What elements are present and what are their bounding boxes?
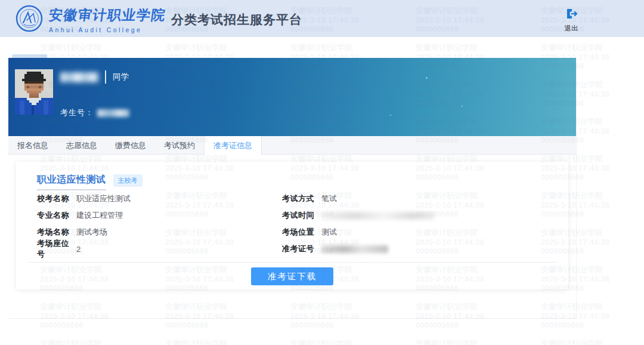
school-name-block: 安徽审计职业学院 Anhui Audit College [49, 6, 166, 33]
tab-preference-info[interactable]: 志愿信息 [57, 136, 106, 155]
admission-ticket-card: 职业适应性测试 主校考 校考名称职业适应性测试专业名称建设工程管理考场名称测试考… [16, 162, 568, 289]
button-divider [28, 262, 556, 263]
field-school-exam-name: 校考名称职业适应性测试 [37, 190, 131, 207]
tab-exam-booking[interactable]: 考试预约 [155, 136, 204, 155]
watermark-tile: 安徽审计职业学院2025-3-10 17:44:380000005666 [290, 339, 359, 345]
watermark-tile: 安徽审计职业学院2025-3-10 17:44:380000005666 [541, 339, 609, 345]
candidate-no-label: 考生号： [60, 107, 94, 118]
watermark-tile: 安徽审计职业学院2025-3-10 17:44:380000005666 [416, 339, 484, 345]
school-logo-icon [16, 5, 43, 32]
field-label-school-exam-name: 校考名称 [37, 193, 76, 204]
watermark-tile: 安徽审计职业学院2025-3-10 17:44:380000005666 [40, 339, 109, 345]
student-role-label: 同学 [113, 72, 129, 82]
field-value-exam-room-name: 测试考场 [76, 227, 107, 238]
field-value-ticket-number-redacted [321, 245, 388, 253]
student-photo [15, 69, 53, 115]
field-value-major-name: 建设工程管理 [76, 210, 123, 221]
field-value-exam-method: 笔试 [321, 193, 337, 204]
main-exam-badge: 主校考 [113, 174, 143, 187]
fields-right-column: 考试方式笔试考试时间考场位置测试准考证号 [282, 190, 435, 257]
field-value-exam-time-redacted [321, 212, 435, 220]
field-label-exam-time: 考试时间 [282, 210, 321, 221]
student-banner: 同学 考生号： [8, 58, 576, 136]
download-ticket-button[interactable]: 准考证下载 [251, 267, 333, 285]
student-name-redacted [60, 72, 98, 82]
field-exam-room-place: 考场位置测试 [282, 224, 435, 241]
main-panel: 同学 考生号： 报名信息志愿信息缴费信息考试预约准考证信息 职业适应性测试 主校… [8, 58, 577, 319]
field-label-ticket-number: 准考证号 [282, 244, 321, 254]
logout-icon [565, 12, 578, 22]
watermark-tile: 安徽审计职业学院2025-3-10 17:44:380000005666 [165, 339, 234, 345]
field-label-major-name: 专业名称 [37, 210, 76, 221]
field-value-school-exam-name: 职业适应性测试 [76, 193, 131, 204]
field-value-seat-number: 2 [76, 245, 80, 254]
field-exam-time: 考试时间 [282, 207, 435, 224]
field-label-exam-method: 考试方式 [282, 193, 321, 204]
top-header: 安徽审计职业学院 Anhui Audit College 分类考试招生服务平台 … [0, 0, 644, 37]
tab-enrollment-info[interactable]: 报名信息 [8, 136, 57, 155]
school-name-cn: 安徽审计职业学院 [48, 6, 167, 24]
tab-admission-ticket-info[interactable]: 准考证信息 [204, 136, 262, 155]
page-title: 分类考试招生服务平台 [171, 11, 302, 28]
school-name-en: Anhui Audit College [49, 26, 166, 33]
tab-bar: 报名信息志愿信息缴费信息考试预约准考证信息 [8, 136, 576, 155]
name-divider [105, 70, 106, 84]
tab-payment-info[interactable]: 缴费信息 [106, 136, 155, 155]
field-label-seat-number: 考场座位号 [37, 238, 76, 260]
fields-left-column: 校考名称职业适应性测试专业名称建设工程管理考场名称测试考场考场座位号2 [37, 190, 131, 257]
field-value-exam-room-place: 测试 [321, 227, 337, 238]
field-label-exam-room-name: 考场名称 [37, 227, 76, 238]
field-major-name: 专业名称建设工程管理 [37, 207, 131, 224]
logout-label: 退出 [558, 24, 584, 33]
field-ticket-number: 准考证号 [282, 241, 435, 257]
candidate-no-redacted [97, 109, 129, 117]
logout-button[interactable]: 退出 [558, 7, 584, 33]
field-exam-method: 考试方式笔试 [282, 190, 435, 207]
exam-title: 职业适应性测试 [37, 174, 106, 190]
field-seat-number: 考场座位号2 [37, 241, 131, 257]
field-label-exam-room-place: 考场位置 [282, 227, 321, 238]
